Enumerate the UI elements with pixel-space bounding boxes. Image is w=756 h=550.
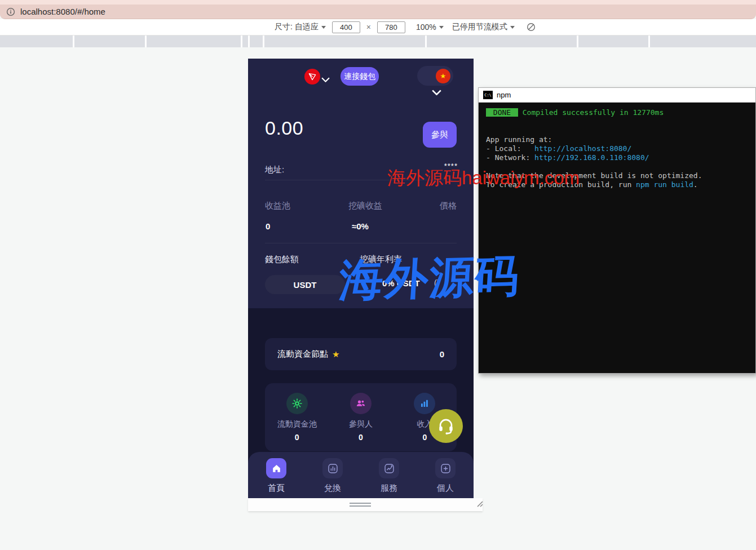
chevron-down-icon <box>510 26 515 29</box>
bookmark-placeholder <box>242 36 248 47</box>
stat-label: 參與人 <box>329 419 392 429</box>
pool-label: 收益池 <box>265 201 290 211</box>
bookmark-placeholder <box>0 36 73 47</box>
build-command: npm run build <box>636 180 693 189</box>
watermark-blue-text: 海外源码 <box>338 247 521 311</box>
done-badge: DONE <box>486 108 518 117</box>
connect-wallet-button[interactable]: 連接錢包 <box>341 67 379 86</box>
liquidity-node-card[interactable]: 流動資金節點 ★ 0 <box>265 338 457 370</box>
exchange-icon <box>322 458 343 478</box>
service-icon <box>379 458 399 478</box>
corner-resize-grip[interactable] <box>475 499 484 510</box>
bookmark-placeholder <box>264 36 425 47</box>
home-icon <box>266 458 286 478</box>
nav-item-home[interactable]: 首頁 <box>248 452 304 498</box>
local-url[interactable]: http://localhost:8080/ <box>534 144 631 153</box>
chevron-down-icon <box>321 26 326 29</box>
device-size-select[interactable]: 尺寸: 自适应 <box>275 22 326 32</box>
divider <box>265 243 457 243</box>
viewport-resize-handle[interactable] <box>350 503 371 508</box>
pool-value: 0 <box>266 221 270 231</box>
bookmark-placeholder <box>650 36 756 47</box>
compiled-text: Compiled successfully in 12770ms <box>518 108 664 117</box>
block-icon[interactable] <box>527 23 536 32</box>
nav-label: 個人 <box>417 483 474 494</box>
nav-label: 兌換 <box>304 483 361 494</box>
cmd-icon: C:\ <box>483 91 493 99</box>
terminal-window: C:\ npm DONE Compiled successfully in 12… <box>478 87 756 374</box>
viewport-height-input[interactable] <box>377 21 405 33</box>
nav-item-service[interactable]: 服務 <box>361 452 417 498</box>
info-icon[interactable] <box>6 7 15 16</box>
chevron-down-icon[interactable] <box>321 74 330 85</box>
bookmark-placeholder <box>147 36 241 47</box>
join-button[interactable]: 參與 <box>423 122 457 148</box>
stat-participants: 參與人 0 <box>329 383 392 451</box>
nav-label: 首頁 <box>248 483 304 494</box>
network-url[interactable]: http://192.168.0.110:8080/ <box>534 153 649 162</box>
bookmark-placeholder <box>578 36 648 47</box>
stat-value: 0 <box>265 433 329 442</box>
bottom-navbar: 首頁 兌換 服務 個人 <box>248 452 474 498</box>
devtools-toolbar: 尺寸: 自适应 × 100% 已停用节流模式 <box>0 19 756 36</box>
language-selector[interactable]: ★ <box>417 66 453 86</box>
flag-star: ★ <box>440 72 446 80</box>
build-period: . <box>693 180 698 189</box>
nav-item-profile[interactable]: 個人 <box>417 452 474 498</box>
headset-icon <box>436 416 456 436</box>
device-size-label: 尺寸: 自适应 <box>275 22 319 32</box>
customer-service-button[interactable] <box>429 409 463 443</box>
watermark-red-text: 海外源码haiwaiym.com <box>387 166 580 191</box>
terminal-title: npm <box>497 91 511 99</box>
nav-item-exchange[interactable]: 兌換 <box>304 452 361 498</box>
pool-stats-card: 流動資金池 0 參與人 0 收入 0 <box>265 383 457 451</box>
url-text[interactable]: localhost:8080/#/home <box>20 7 105 16</box>
tron-logo[interactable] <box>304 69 320 85</box>
wallet-balance-label: 錢包餘額 <box>265 254 299 265</box>
price-label: 價格 <box>440 201 457 211</box>
throttle-label: 已停用节流模式 <box>452 22 507 32</box>
screen: localhost:8080/#/home 尺寸: 自适应 × 100% 已停用… <box>0 0 756 550</box>
viewport-width-input[interactable] <box>332 21 360 33</box>
chevron-down-icon[interactable] <box>432 87 441 97</box>
profile-icon <box>435 458 456 478</box>
stat-label: 流動資金池 <box>265 419 329 429</box>
people-icon <box>350 393 372 414</box>
browser-top-strip <box>0 0 756 5</box>
lower-section: 流動資金節點 ★ 0 流動資金池 0 參與人 <box>248 308 474 498</box>
throttle-select[interactable]: 已停用节流模式 <box>452 22 515 32</box>
address-bar[interactable]: localhost:8080/#/home <box>0 5 756 19</box>
chip-icon <box>286 393 308 414</box>
terminal-titlebar[interactable]: C:\ npm <box>479 88 755 103</box>
address-label: 地址: <box>265 165 284 175</box>
stat-liquidity-pool: 流動資金池 0 <box>265 383 329 451</box>
china-flag-icon: ★ <box>436 69 450 83</box>
zoom-select[interactable]: 100% <box>416 23 444 32</box>
bookmarks-row <box>0 36 756 47</box>
mining-value: ≈0% <box>352 221 369 231</box>
network-label: - Network: <box>486 153 534 162</box>
zoom-value: 100% <box>416 23 436 32</box>
dimension-times-symbol: × <box>366 23 371 32</box>
nav-label: 服務 <box>361 483 417 494</box>
balance-amount: 0.00 <box>265 117 303 139</box>
usdt-token-button[interactable]: USDT <box>265 275 345 294</box>
chevron-down-icon <box>439 26 444 29</box>
star-icon: ★ <box>332 349 339 360</box>
bookmark-placeholder <box>427 36 577 47</box>
node-card-value: 0 <box>440 349 444 359</box>
bookmark-placeholder <box>74 36 145 47</box>
app-running-line: App running at: <box>486 135 748 144</box>
local-label: - Local: <box>486 144 534 153</box>
stat-value: 0 <box>329 433 392 442</box>
node-card-label: 流動資金節點 <box>277 349 328 360</box>
bar-chart-icon <box>414 393 435 414</box>
bookmark-placeholder <box>250 36 263 47</box>
mining-label: 挖礦收益 <box>348 201 382 211</box>
